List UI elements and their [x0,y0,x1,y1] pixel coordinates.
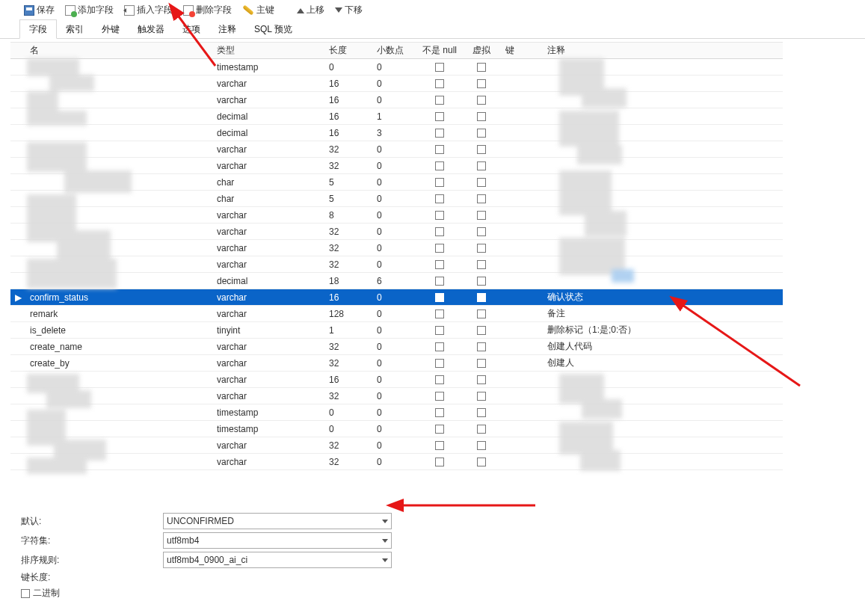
col-type[interactable]: 类型 [212,44,324,57]
table-row[interactable]: create_namevarchar320创建人代码 [10,339,783,355]
virtual-checkbox[interactable] [462,292,501,303]
table-row[interactable]: decimal163 [10,125,783,141]
virtual-checkbox[interactable] [462,309,501,319]
field-type-cell[interactable]: timestamp [212,407,324,418]
table-row[interactable]: decimal161 [10,108,783,125]
virtual-checkbox[interactable] [462,128,501,138]
field-decimal-cell[interactable]: 1 [372,111,417,122]
notnull-checkbox[interactable] [417,342,462,352]
tab-0[interactable]: 字段 [19,19,57,39]
virtual-checkbox[interactable] [462,177,501,188]
field-type-cell[interactable]: varchar [212,95,324,105]
field-type-cell[interactable]: varchar [212,391,324,401]
field-length-cell[interactable]: 5 [324,177,372,188]
notnull-checkbox[interactable] [417,325,462,336]
field-length-cell[interactable]: 1 [324,325,372,336]
field-type-cell[interactable]: varchar [212,375,324,385]
field-type-cell[interactable]: varchar [212,78,324,89]
table-row[interactable]: varchar320 [10,437,783,454]
field-decimal-cell[interactable]: 0 [372,407,417,418]
col-decimal[interactable]: 小数点 [372,44,417,57]
field-type-cell[interactable]: varchar [212,358,324,369]
table-row[interactable]: is_deletetinyint10删除标记（1:是;0:否） [10,322,783,339]
notnull-checkbox[interactable] [417,375,462,385]
virtual-checkbox[interactable] [462,210,501,221]
table-row[interactable]: varchar80 [10,207,783,224]
table-row[interactable]: varchar320 [10,388,783,404]
binary-checkbox-row[interactable]: 二进制 [21,587,163,600]
field-length-cell[interactable]: 8 [324,210,372,221]
field-decimal-cell[interactable]: 0 [372,457,417,467]
virtual-checkbox[interactable] [462,424,501,434]
field-length-cell[interactable]: 32 [324,457,372,467]
field-decimal-cell[interactable]: 0 [372,95,417,105]
virtual-checkbox[interactable] [462,144,501,155]
virtual-checkbox[interactable] [462,259,501,270]
field-name-cell[interactable]: remark [25,309,212,319]
field-type-cell[interactable]: decimal [212,128,324,138]
field-type-cell[interactable]: decimal [212,276,324,286]
notnull-checkbox[interactable] [417,407,462,418]
col-notnull[interactable]: 不是 null [417,44,462,57]
comment-cell[interactable]: 创建人 [543,357,783,369]
default-combobox[interactable]: UNCONFIRMED [163,513,392,529]
tab-2[interactable]: 外键 [93,20,129,38]
notnull-checkbox[interactable] [417,227,462,237]
field-length-cell[interactable]: 0 [324,424,372,434]
field-decimal-cell[interactable]: 0 [372,309,417,319]
field-decimal-cell[interactable]: 0 [372,144,417,155]
field-name-cell[interactable]: confirm_status [25,292,212,303]
table-row[interactable]: decimal186 [10,273,783,289]
virtual-checkbox[interactable] [462,194,501,204]
col-name[interactable]: 名 [25,44,212,57]
tab-4[interactable]: 选项 [173,20,209,38]
field-decimal-cell[interactable]: 0 [372,259,417,270]
field-type-cell[interactable]: char [212,177,324,188]
field-type-cell[interactable]: varchar [212,144,324,155]
field-type-cell[interactable]: varchar [212,210,324,221]
field-type-cell[interactable]: timestamp [212,62,324,73]
virtual-checkbox[interactable] [462,325,501,336]
notnull-checkbox[interactable] [417,177,462,188]
move-up-button[interactable]: 上移 [294,2,327,18]
field-decimal-cell[interactable]: 0 [372,62,417,73]
field-length-cell[interactable]: 32 [324,227,372,237]
field-type-cell[interactable]: varchar [212,292,324,303]
save-button[interactable]: 保存 [21,2,58,18]
virtual-checkbox[interactable] [462,111,501,122]
comment-cell[interactable]: 确认状态 [543,291,783,304]
field-length-cell[interactable]: 16 [324,292,372,303]
binary-checkbox[interactable] [21,589,30,598]
notnull-checkbox[interactable] [417,259,462,270]
tab-1[interactable]: 索引 [57,20,93,38]
collation-combobox[interactable]: utf8mb4_0900_ai_ci [163,552,392,568]
notnull-checkbox[interactable] [417,243,462,253]
field-decimal-cell[interactable]: 0 [372,424,417,434]
col-virtual[interactable]: 虚拟 [462,44,501,57]
virtual-checkbox[interactable] [462,358,501,369]
table-row[interactable]: varchar320 [10,158,783,174]
field-decimal-cell[interactable]: 0 [372,391,417,401]
field-length-cell[interactable]: 32 [324,161,372,171]
field-name-cell[interactable]: is_delete [25,325,212,336]
field-length-cell[interactable]: 32 [324,144,372,155]
field-type-cell[interactable]: char [212,194,324,204]
notnull-checkbox[interactable] [417,144,462,155]
field-length-cell[interactable]: 16 [324,375,372,385]
field-length-cell[interactable]: 16 [324,95,372,105]
field-decimal-cell[interactable]: 0 [372,375,417,385]
notnull-checkbox[interactable] [417,424,462,434]
virtual-checkbox[interactable] [462,227,501,237]
field-type-cell[interactable]: varchar [212,309,324,319]
field-length-cell[interactable]: 128 [324,309,372,319]
table-row[interactable]: ▶confirm_statusvarchar160确认状态 [10,289,783,306]
virtual-checkbox[interactable] [462,457,501,467]
field-type-cell[interactable]: varchar [212,440,324,451]
field-decimal-cell[interactable]: 0 [372,243,417,253]
notnull-checkbox[interactable] [417,440,462,451]
notnull-checkbox[interactable] [417,111,462,122]
field-length-cell[interactable]: 32 [324,243,372,253]
field-decimal-cell[interactable]: 0 [372,78,417,89]
table-row[interactable]: varchar320 [10,240,783,256]
notnull-checkbox[interactable] [417,128,462,138]
